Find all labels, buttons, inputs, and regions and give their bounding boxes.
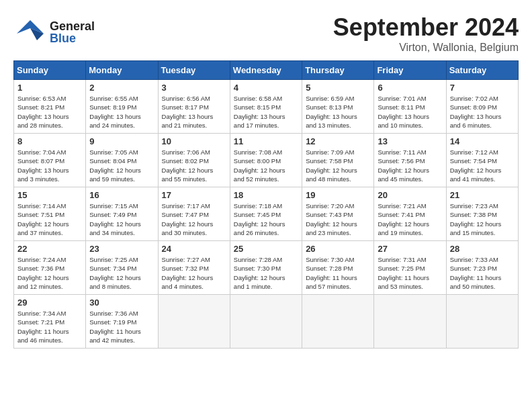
table-cell: 4Sunrise: 6:58 AM Sunset: 8:15 PM Daylig… xyxy=(230,80,302,134)
day-number: 19 xyxy=(306,190,370,200)
day-number: 13 xyxy=(378,136,442,146)
day-number: 21 xyxy=(450,190,515,200)
day-number: 30 xyxy=(89,298,154,308)
day-info: Sunrise: 7:12 AM Sunset: 7:54 PM Dayligh… xyxy=(450,148,515,183)
day-info: Sunrise: 6:58 AM Sunset: 8:15 PM Dayligh… xyxy=(234,94,298,130)
logo: General Blue xyxy=(13,13,95,51)
table-cell: 28Sunrise: 7:33 AM Sunset: 7:23 PM Dayli… xyxy=(446,241,518,295)
day-number: 2 xyxy=(89,83,154,93)
day-info: Sunrise: 6:56 AM Sunset: 8:17 PM Dayligh… xyxy=(162,94,226,130)
table-cell: 16Sunrise: 7:15 AM Sunset: 7:49 PM Dayli… xyxy=(86,187,158,241)
day-info: Sunrise: 7:28 AM Sunset: 7:30 PM Dayligh… xyxy=(234,255,298,291)
table-cell: 6Sunrise: 7:01 AM Sunset: 8:11 PM Daylig… xyxy=(374,80,446,134)
table-cell: 27Sunrise: 7:31 AM Sunset: 7:25 PM Dayli… xyxy=(374,241,446,295)
logo-blue-text: Blue xyxy=(50,32,95,44)
day-info: Sunrise: 7:04 AM Sunset: 8:07 PM Dayligh… xyxy=(17,148,82,183)
logo-icon xyxy=(13,13,47,51)
day-number: 3 xyxy=(162,83,226,93)
day-info: Sunrise: 7:17 AM Sunset: 7:47 PM Dayligh… xyxy=(162,201,226,237)
page-header: General Blue September 2024 Virton, Wall… xyxy=(13,13,519,54)
day-number: 22 xyxy=(17,244,82,254)
table-row: 15Sunrise: 7:14 AM Sunset: 7:51 PM Dayli… xyxy=(14,187,519,241)
table-cell xyxy=(446,295,518,349)
day-info: Sunrise: 7:06 AM Sunset: 8:02 PM Dayligh… xyxy=(162,148,226,183)
day-number: 26 xyxy=(306,244,370,254)
weekday-thursday: Thursday xyxy=(302,61,374,80)
day-info: Sunrise: 7:11 AM Sunset: 7:56 PM Dayligh… xyxy=(378,148,442,183)
day-number: 8 xyxy=(17,136,82,146)
day-number: 1 xyxy=(17,83,82,93)
table-cell: 29Sunrise: 7:34 AM Sunset: 7:21 PM Dayli… xyxy=(14,295,86,349)
table-cell: 14Sunrise: 7:12 AM Sunset: 7:54 PM Dayli… xyxy=(446,134,518,187)
day-info: Sunrise: 7:30 AM Sunset: 7:28 PM Dayligh… xyxy=(306,255,370,291)
calendar-table: Sunday Monday Tuesday Wednesday Thursday… xyxy=(13,60,519,349)
day-info: Sunrise: 7:25 AM Sunset: 7:34 PM Dayligh… xyxy=(89,255,154,291)
table-row: 8Sunrise: 7:04 AM Sunset: 8:07 PM Daylig… xyxy=(14,134,519,187)
month-year-title: September 2024 xyxy=(333,13,519,42)
day-info: Sunrise: 7:34 AM Sunset: 7:21 PM Dayligh… xyxy=(17,309,82,345)
table-cell xyxy=(158,295,230,349)
table-cell: 12Sunrise: 7:09 AM Sunset: 7:58 PM Dayli… xyxy=(302,134,374,187)
day-number: 25 xyxy=(234,244,298,254)
table-cell: 17Sunrise: 7:17 AM Sunset: 7:47 PM Dayli… xyxy=(158,187,230,241)
weekday-saturday: Saturday xyxy=(446,61,518,80)
svg-marker-0 xyxy=(17,20,44,34)
weekday-friday: Friday xyxy=(374,61,446,80)
day-info: Sunrise: 6:53 AM Sunset: 8:21 PM Dayligh… xyxy=(17,94,82,130)
table-cell: 30Sunrise: 7:36 AM Sunset: 7:19 PM Dayli… xyxy=(86,295,158,349)
day-number: 29 xyxy=(17,298,82,308)
table-cell: 8Sunrise: 7:04 AM Sunset: 8:07 PM Daylig… xyxy=(14,134,86,187)
table-cell: 11Sunrise: 7:08 AM Sunset: 8:00 PM Dayli… xyxy=(230,134,302,187)
weekday-wednesday: Wednesday xyxy=(230,61,302,80)
day-info: Sunrise: 7:23 AM Sunset: 7:38 PM Dayligh… xyxy=(450,201,515,237)
table-cell: 26Sunrise: 7:30 AM Sunset: 7:28 PM Dayli… xyxy=(302,241,374,295)
table-cell: 3Sunrise: 6:56 AM Sunset: 8:17 PM Daylig… xyxy=(158,80,230,134)
day-number: 6 xyxy=(378,83,442,93)
table-cell: 25Sunrise: 7:28 AM Sunset: 7:30 PM Dayli… xyxy=(230,241,302,295)
day-info: Sunrise: 7:33 AM Sunset: 7:23 PM Dayligh… xyxy=(450,255,515,291)
day-info: Sunrise: 7:21 AM Sunset: 7:41 PM Dayligh… xyxy=(378,201,442,237)
table-cell: 15Sunrise: 7:14 AM Sunset: 7:51 PM Dayli… xyxy=(14,187,86,241)
table-row: 1Sunrise: 6:53 AM Sunset: 8:21 PM Daylig… xyxy=(14,80,519,134)
table-cell: 9Sunrise: 7:05 AM Sunset: 8:04 PM Daylig… xyxy=(86,134,158,187)
logo-text-block: General Blue xyxy=(50,20,95,44)
calendar-header-row: Sunday Monday Tuesday Wednesday Thursday… xyxy=(14,61,519,80)
day-number: 7 xyxy=(450,83,515,93)
weekday-sunday: Sunday xyxy=(14,61,86,80)
table-cell: 21Sunrise: 7:23 AM Sunset: 7:38 PM Dayli… xyxy=(446,187,518,241)
day-info: Sunrise: 7:20 AM Sunset: 7:43 PM Dayligh… xyxy=(306,201,370,237)
day-info: Sunrise: 7:36 AM Sunset: 7:19 PM Dayligh… xyxy=(89,309,154,345)
table-row: 22Sunrise: 7:24 AM Sunset: 7:36 PM Dayli… xyxy=(14,241,519,295)
day-number: 10 xyxy=(162,136,226,146)
table-cell xyxy=(374,295,446,349)
day-number: 15 xyxy=(17,190,82,200)
day-info: Sunrise: 7:09 AM Sunset: 7:58 PM Dayligh… xyxy=(306,148,370,183)
table-cell: 10Sunrise: 7:06 AM Sunset: 8:02 PM Dayli… xyxy=(158,134,230,187)
table-cell: 7Sunrise: 7:02 AM Sunset: 8:09 PM Daylig… xyxy=(446,80,518,134)
day-number: 5 xyxy=(306,83,370,93)
day-info: Sunrise: 7:05 AM Sunset: 8:04 PM Dayligh… xyxy=(89,148,154,183)
table-cell: 5Sunrise: 6:59 AM Sunset: 8:13 PM Daylig… xyxy=(302,80,374,134)
weekday-tuesday: Tuesday xyxy=(158,61,230,80)
day-number: 16 xyxy=(89,190,154,200)
day-number: 4 xyxy=(234,83,298,93)
day-info: Sunrise: 7:24 AM Sunset: 7:36 PM Dayligh… xyxy=(17,255,82,291)
day-number: 11 xyxy=(234,136,298,146)
table-cell: 1Sunrise: 6:53 AM Sunset: 8:21 PM Daylig… xyxy=(14,80,86,134)
day-number: 9 xyxy=(89,136,154,146)
table-row: 29Sunrise: 7:34 AM Sunset: 7:21 PM Dayli… xyxy=(14,295,519,349)
location-subtitle: Virton, Wallonia, Belgium xyxy=(333,42,519,54)
table-cell: 23Sunrise: 7:25 AM Sunset: 7:34 PM Dayli… xyxy=(86,241,158,295)
day-number: 20 xyxy=(378,190,442,200)
table-cell: 20Sunrise: 7:21 AM Sunset: 7:41 PM Dayli… xyxy=(374,187,446,241)
table-cell: 13Sunrise: 7:11 AM Sunset: 7:56 PM Dayli… xyxy=(374,134,446,187)
table-cell: 19Sunrise: 7:20 AM Sunset: 7:43 PM Dayli… xyxy=(302,187,374,241)
table-cell: 24Sunrise: 7:27 AM Sunset: 7:32 PM Dayli… xyxy=(158,241,230,295)
day-number: 12 xyxy=(306,136,370,146)
table-cell xyxy=(230,295,302,349)
day-info: Sunrise: 6:55 AM Sunset: 8:19 PM Dayligh… xyxy=(89,94,154,130)
day-info: Sunrise: 7:18 AM Sunset: 7:45 PM Dayligh… xyxy=(234,201,298,237)
day-info: Sunrise: 7:02 AM Sunset: 8:09 PM Dayligh… xyxy=(450,94,515,130)
day-info: Sunrise: 7:31 AM Sunset: 7:25 PM Dayligh… xyxy=(378,255,442,291)
day-info: Sunrise: 7:08 AM Sunset: 8:00 PM Dayligh… xyxy=(234,148,298,183)
